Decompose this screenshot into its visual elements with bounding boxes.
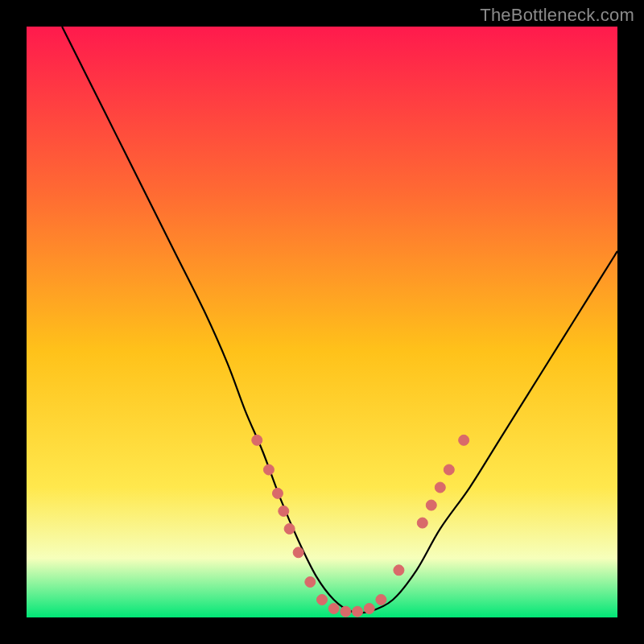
curve-marker xyxy=(263,464,274,475)
bottleneck-chart xyxy=(0,0,644,644)
curve-marker xyxy=(376,594,386,605)
curve-marker xyxy=(353,606,363,617)
curve-marker xyxy=(328,603,339,613)
curve-marker xyxy=(284,523,295,534)
curve-marker xyxy=(426,500,436,510)
curve-marker xyxy=(417,518,427,528)
curve-marker xyxy=(305,576,316,587)
curve-marker xyxy=(279,506,289,516)
curve-marker xyxy=(341,606,351,617)
curve-marker xyxy=(444,464,454,475)
curve-marker xyxy=(272,488,283,498)
curve-marker xyxy=(293,547,303,558)
curve-marker xyxy=(317,594,328,605)
curve-marker xyxy=(459,435,469,445)
curve-marker xyxy=(435,482,445,493)
curve-marker xyxy=(364,603,374,613)
gradient-background xyxy=(27,27,617,617)
curve-marker xyxy=(394,565,404,576)
curve-marker xyxy=(252,435,262,445)
chart-frame: { "watermark": "TheBottleneck.com", "col… xyxy=(0,0,644,644)
watermark-text: TheBottleneck.com xyxy=(480,5,634,26)
